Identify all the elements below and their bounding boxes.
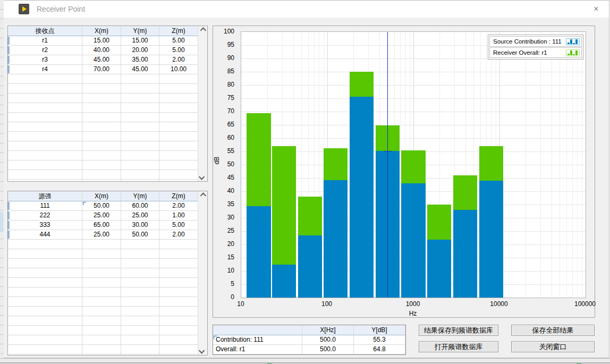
table-row[interactable] — [8, 259, 198, 268]
table-row[interactable]: 11150.0060.002.00 — [8, 201, 198, 211]
table-cell[interactable] — [8, 122, 82, 132]
table-cell[interactable] — [121, 151, 159, 160]
table-cell[interactable]: 15.00 — [82, 36, 121, 46]
table-row[interactable] — [8, 268, 198, 278]
table-cell[interactable] — [121, 113, 159, 122]
table-cell[interactable] — [159, 316, 198, 326]
table-cell[interactable] — [8, 160, 82, 170]
table-cell[interactable]: Overall: r1 — [213, 345, 302, 354]
table-cell[interactable]: r4 — [8, 65, 82, 74]
table-cell[interactable] — [159, 132, 198, 141]
table-cell[interactable] — [8, 316, 82, 326]
table-cell[interactable] — [121, 259, 159, 268]
table-cell[interactable] — [8, 278, 82, 287]
table-cell[interactable]: r2 — [8, 46, 82, 55]
table-cell[interactable]: r3 — [8, 55, 82, 65]
table-cell[interactable] — [159, 335, 198, 345]
open-spectrum-db-button[interactable]: 打开频谱数据库 — [419, 341, 498, 352]
table-cell[interactable] — [82, 278, 121, 287]
table-cell[interactable]: 25.00 — [82, 211, 121, 221]
table-cell[interactable] — [121, 122, 159, 132]
close-icon[interactable]: × — [590, 3, 603, 15]
table-cell[interactable] — [121, 335, 159, 345]
table-cell[interactable]: 5.00 — [159, 221, 198, 230]
scroll-up-button[interactable] — [198, 191, 207, 200]
receiver-table-scrollbar[interactable] — [198, 26, 207, 181]
table-cell[interactable] — [159, 113, 198, 122]
table-cell[interactable] — [82, 326, 121, 335]
table-row[interactable]: 22225.0025.001.00 — [8, 211, 198, 221]
table-row[interactable] — [8, 287, 198, 297]
table-cell[interactable]: 111 — [8, 201, 82, 211]
table-row[interactable]: Contribution: 111500.055.3 — [213, 335, 405, 345]
table-cell[interactable] — [159, 259, 198, 268]
table-row[interactable]: r240.0020.005.00 — [8, 46, 198, 55]
table-row[interactable] — [8, 307, 198, 316]
table-cell[interactable] — [8, 170, 82, 180]
table-cell[interactable] — [8, 268, 82, 278]
table-cell[interactable] — [159, 278, 198, 287]
save-to-spectrum-db-button[interactable]: 结果保存到频谱数据库 — [419, 325, 498, 336]
table-cell[interactable] — [121, 74, 159, 84]
table-cell[interactable]: 40.00 — [82, 46, 121, 55]
table-cell[interactable] — [159, 151, 198, 160]
table-cell[interactable] — [121, 287, 159, 297]
table-cell[interactable]: Contribution: 111 — [213, 335, 302, 345]
table-cell[interactable]: 500.0 — [302, 345, 354, 354]
table-cell[interactable] — [8, 354, 82, 355]
table-cell[interactable]: 70.00 — [82, 65, 121, 74]
table-cell[interactable] — [121, 354, 159, 355]
table-cell[interactable] — [8, 94, 82, 103]
table-cell[interactable] — [82, 180, 121, 181]
table-cell[interactable] — [121, 268, 159, 278]
table-row[interactable] — [8, 141, 198, 151]
table-row[interactable] — [8, 94, 198, 103]
table-cell[interactable]: 45.00 — [121, 65, 159, 74]
table-cell[interactable] — [82, 170, 121, 180]
table-cell[interactable] — [8, 287, 82, 297]
table-cell[interactable] — [159, 103, 198, 113]
table-cell[interactable] — [121, 326, 159, 335]
table-cell[interactable] — [82, 345, 121, 354]
table-cell[interactable]: 333 — [8, 221, 82, 230]
table-cell[interactable] — [8, 326, 82, 335]
table-row[interactable] — [8, 113, 198, 122]
table-cell[interactable]: 444 — [8, 230, 82, 240]
table-cell[interactable] — [8, 345, 82, 354]
table-row[interactable] — [8, 160, 198, 170]
table-cell[interactable] — [121, 180, 159, 181]
table-cell[interactable] — [121, 240, 159, 249]
table-cell[interactable]: 1.00 — [159, 211, 198, 221]
table-cell[interactable] — [159, 84, 198, 94]
table-cell[interactable]: 45.00 — [82, 55, 121, 65]
table-row[interactable] — [8, 345, 198, 354]
table-cell[interactable]: 50.00 — [82, 201, 121, 211]
table-cell[interactable] — [121, 170, 159, 180]
table-cell[interactable] — [159, 307, 198, 316]
scroll-down-button[interactable] — [198, 346, 207, 355]
table-cell[interactable] — [159, 354, 198, 355]
table-cell[interactable] — [82, 240, 121, 249]
table-cell[interactable] — [82, 141, 121, 151]
table-cell[interactable]: 15.00 — [121, 36, 159, 46]
table-row[interactable]: r345.0035.002.00 — [8, 55, 198, 65]
scroll-up-button[interactable] — [198, 26, 207, 35]
table-row[interactable] — [8, 335, 198, 345]
cursor-line[interactable] — [387, 32, 388, 298]
table-row[interactable] — [8, 151, 198, 160]
table-cell[interactable] — [121, 278, 159, 287]
table-row[interactable] — [8, 103, 198, 113]
table-cell[interactable] — [159, 180, 198, 181]
scroll-down-button[interactable] — [198, 173, 207, 181]
table-row[interactable]: r115.0015.005.00 — [8, 36, 198, 46]
table-cell[interactable] — [8, 240, 82, 249]
table-cell[interactable]: r1 — [8, 36, 82, 46]
table-cell[interactable]: 2.00 — [159, 55, 198, 65]
table-cell[interactable] — [121, 103, 159, 113]
table-cell[interactable]: 25.00 — [82, 230, 121, 240]
table-cell[interactable] — [8, 259, 82, 268]
table-cell[interactable] — [82, 74, 121, 84]
table-row[interactable] — [8, 354, 198, 355]
table-cell[interactable] — [159, 326, 198, 335]
table-cell[interactable] — [8, 297, 82, 307]
